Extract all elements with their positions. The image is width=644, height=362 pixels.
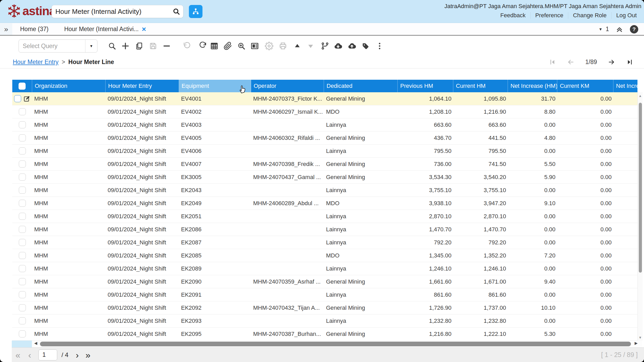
preference-link[interactable]: Preference bbox=[530, 12, 568, 19]
select-all-checkbox[interactable] bbox=[19, 83, 26, 90]
table-row[interactable]: MHM09/01/2024_Night ShiftEK2086Lainnya1,… bbox=[12, 223, 637, 236]
last-record-icon[interactable] bbox=[626, 59, 633, 66]
table-row[interactable]: MHM09/01/2024_Night ShiftEK2090MHM-24070… bbox=[12, 275, 637, 288]
add-icon[interactable] bbox=[121, 42, 130, 50]
column-header-equipment[interactable]: Equipment bbox=[179, 80, 251, 92]
breadcrumb-parent-link[interactable]: Hour Meter Entry bbox=[13, 59, 59, 66]
more-icon[interactable] bbox=[375, 42, 384, 50]
sidebar-expander-icon[interactable]: » bbox=[0, 23, 12, 35]
previous-record-icon[interactable] bbox=[567, 59, 574, 66]
table-row[interactable]: MHM09/01/2024_Night ShiftEK2093Lainnya1,… bbox=[12, 314, 637, 327]
column-header-curr-km[interactable]: Current KM bbox=[557, 80, 613, 92]
row-checkbox[interactable] bbox=[14, 95, 21, 102]
table-row[interactable]: MHM09/01/2024_Night ShiftEV4007MHM-24070… bbox=[12, 158, 637, 171]
first-page-icon[interactable]: « bbox=[15, 350, 20, 359]
row-checkbox[interactable] bbox=[19, 174, 26, 181]
next-record-icon[interactable] bbox=[608, 59, 615, 66]
table-row[interactable]: MHM09/01/2024_Night ShiftEK3005MHM-24070… bbox=[12, 171, 637, 184]
tab-home[interactable]: Home (37) bbox=[12, 23, 56, 35]
scroll-right-icon[interactable]: ▶ bbox=[635, 341, 638, 346]
row-checkbox[interactable] bbox=[19, 213, 26, 220]
cloud-download-icon[interactable] bbox=[334, 42, 343, 50]
cloud-upload-icon[interactable] bbox=[348, 42, 356, 50]
table-row[interactable]: MHM09/01/2024_Night ShiftEV4002MHM-24060… bbox=[12, 105, 637, 118]
column-header-net-inc-hm[interactable]: Net Increase (HM) bbox=[508, 80, 557, 92]
row-checkbox[interactable] bbox=[19, 317, 26, 324]
table-row[interactable]: MHM09/01/2024_Night ShiftEK2049MHM-24060… bbox=[12, 197, 637, 210]
row-checkbox[interactable] bbox=[19, 330, 26, 337]
scroll-up-icon[interactable]: ▲ bbox=[638, 94, 643, 98]
table-row[interactable]: MHM09/01/2024_Night ShiftEK2051Lainnya2,… bbox=[12, 210, 637, 223]
search-icon[interactable] bbox=[108, 42, 117, 50]
first-record-icon[interactable] bbox=[549, 59, 556, 66]
column-header-entry[interactable]: Hour Meter Entry bbox=[106, 80, 179, 92]
row-checkbox[interactable] bbox=[19, 121, 26, 128]
tab-hour-meter[interactable]: Hour Meter (Internal Activi... × bbox=[56, 23, 154, 35]
scroll-left-icon[interactable]: ◀ bbox=[34, 341, 37, 346]
grid-icon[interactable] bbox=[210, 42, 219, 50]
table-row[interactable]: MHM09/01/2024_Night ShiftEK2092MHM-24070… bbox=[12, 301, 637, 314]
page-number-input[interactable] bbox=[38, 349, 57, 360]
column-header-operator[interactable]: Operator bbox=[251, 80, 324, 92]
column-header-curr-hm[interactable]: Current HM bbox=[453, 80, 508, 92]
collapse-up-icon[interactable] bbox=[293, 42, 302, 50]
table-row[interactable]: MHM09/01/2024_Night ShiftEK2091Lainnya86… bbox=[12, 288, 637, 301]
close-tab-icon[interactable]: × bbox=[142, 27, 146, 32]
row-checkbox[interactable] bbox=[19, 265, 26, 272]
log-out-link[interactable]: Log Out bbox=[611, 12, 641, 19]
previous-page-icon[interactable]: ‹ bbox=[28, 350, 31, 359]
table-row[interactable]: MHM09/01/2024_Night ShiftEV4006Lainnya79… bbox=[12, 145, 637, 158]
search-icon[interactable] bbox=[170, 5, 183, 18]
row-checkbox[interactable] bbox=[19, 147, 26, 154]
hierarchy-menu-button[interactable] bbox=[189, 5, 202, 18]
column-header-prev-hm[interactable]: Previous HM bbox=[398, 80, 453, 92]
vertical-scrollbar[interactable]: ▲ ▼ bbox=[637, 92, 643, 341]
tab-list-caret-icon[interactable]: ▼ bbox=[599, 27, 602, 31]
column-header-org[interactable]: Organization bbox=[32, 80, 106, 92]
next-page-icon[interactable]: › bbox=[76, 350, 79, 359]
table-row[interactable]: MHM09/01/2024_Night ShiftEK2087Lainnya79… bbox=[12, 236, 637, 249]
row-checkbox[interactable] bbox=[19, 160, 26, 168]
feedback-link[interactable]: Feedback bbox=[496, 12, 530, 19]
scroll-down-icon[interactable]: ▼ bbox=[638, 336, 643, 340]
global-search-input[interactable] bbox=[52, 8, 170, 16]
table-row[interactable]: MHM09/01/2024_Night ShiftEV4005MHM-24060… bbox=[12, 131, 637, 145]
last-page-icon[interactable]: » bbox=[85, 350, 90, 359]
table-row[interactable]: MHM09/01/2024_Night ShiftEV4003Lainnya66… bbox=[12, 118, 637, 131]
collapse-header-icon[interactable] bbox=[616, 26, 623, 33]
table-row[interactable]: MHM09/01/2024_Night ShiftEV4001MHM-24070… bbox=[12, 92, 637, 105]
table-row[interactable]: MHM09/01/2024_Night ShiftEK2085MDO1,345.… bbox=[12, 249, 637, 262]
row-checkbox[interactable] bbox=[19, 278, 26, 285]
help-button[interactable]: ? bbox=[630, 25, 638, 33]
table-row[interactable]: MHM09/01/2024_Night ShiftEK2095MHM-24070… bbox=[12, 327, 637, 341]
horizontal-scrollbar[interactable]: ◀ ▶ bbox=[12, 341, 642, 347]
horizontal-scrollbar-thumb[interactable] bbox=[40, 342, 631, 346]
workflow-icon[interactable] bbox=[321, 42, 329, 50]
row-checkbox[interactable] bbox=[19, 134, 26, 141]
attachment-icon[interactable] bbox=[224, 42, 232, 50]
copy-icon[interactable] bbox=[135, 42, 144, 50]
row-checkbox[interactable] bbox=[19, 291, 26, 298]
tag-icon[interactable] bbox=[362, 42, 370, 50]
row-checkbox[interactable] bbox=[19, 226, 26, 233]
column-header-dedicated[interactable]: Dedicated bbox=[324, 80, 398, 92]
cell-dedicated: Lainnya bbox=[324, 118, 398, 131]
logo[interactable]: astina bbox=[7, 4, 56, 18]
refresh-icon[interactable] bbox=[199, 42, 207, 50]
edit-icon[interactable] bbox=[23, 95, 31, 102]
row-checkbox[interactable] bbox=[19, 187, 26, 194]
form-view-icon[interactable] bbox=[251, 42, 259, 50]
change-role-link[interactable]: Change Role bbox=[568, 12, 611, 19]
record-position: 1/89 bbox=[585, 59, 597, 66]
vertical-scrollbar-thumb[interactable] bbox=[639, 103, 642, 273]
row-checkbox[interactable] bbox=[19, 108, 26, 115]
remove-icon[interactable] bbox=[163, 42, 171, 50]
row-checkbox[interactable] bbox=[19, 239, 26, 246]
row-checkbox[interactable] bbox=[19, 304, 26, 311]
table-row[interactable]: MHM09/01/2024_Night ShiftEK2043Lainnya3,… bbox=[12, 184, 637, 197]
zoom-in-icon[interactable] bbox=[237, 42, 246, 50]
row-checkbox[interactable] bbox=[19, 252, 26, 259]
row-checkbox[interactable] bbox=[19, 200, 26, 207]
column-header-net-inc-km[interactable]: Net Increase (KM) bbox=[613, 80, 637, 92]
table-row[interactable]: MHM09/01/2024_Night ShiftEK2089Lainnya1,… bbox=[12, 262, 637, 275]
